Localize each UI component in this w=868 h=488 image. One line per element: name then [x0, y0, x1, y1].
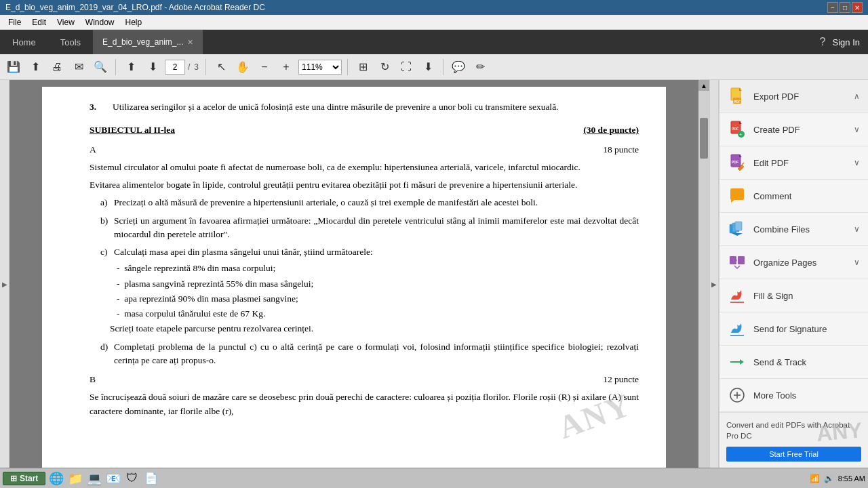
- svg-text:+: +: [739, 131, 743, 138]
- email-button[interactable]: ✉: [69, 58, 88, 77]
- sign-in-button[interactable]: Sign In: [833, 37, 860, 47]
- start-icon: ⊞: [10, 474, 17, 483]
- menu-bar: File Edit View Window Help: [0, 15, 868, 30]
- rotate-button[interactable]: ↻: [375, 58, 394, 77]
- section-b-label: B: [90, 373, 96, 386]
- send-track-icon: [728, 352, 747, 371]
- scroll-thumb[interactable]: [700, 118, 708, 159]
- start-button[interactable]: ⊞ Start: [3, 472, 45, 485]
- home-nav[interactable]: Home: [0, 30, 48, 54]
- tab-title: E_d_bio_veg_anim_...: [102, 37, 183, 47]
- zoom-select[interactable]: 111% 100% 125% 150% 75% 50%: [298, 60, 342, 75]
- more-tools-icon: [728, 386, 747, 405]
- item-3-text: Utilizarea seringilor și a acelor de uni…: [113, 100, 559, 114]
- svg-text:PDF: PDF: [732, 127, 738, 131]
- close-button[interactable]: ✕: [852, 2, 863, 13]
- restore-button[interactable]: □: [840, 2, 850, 13]
- more-tools-item[interactable]: More Tools: [719, 379, 868, 412]
- send-signature-item[interactable]: Send for Signature: [719, 312, 868, 346]
- taskbar-ie-icon[interactable]: 🌐: [48, 470, 64, 487]
- combine-files-icon: [728, 220, 747, 239]
- window-title: E_d_bio_veg_anim_2019_var_04_LRO.pdf - A…: [5, 3, 827, 12]
- combine-files-item[interactable]: Combine Files ∨: [719, 213, 868, 246]
- svg-text:PDF: PDF: [732, 160, 738, 164]
- menu-window[interactable]: Window: [80, 16, 120, 28]
- fit-page-button[interactable]: ⛶: [397, 58, 416, 77]
- search-button[interactable]: 🔍: [91, 58, 110, 77]
- menu-view[interactable]: View: [52, 16, 80, 28]
- tools-nav[interactable]: Tools: [48, 30, 93, 54]
- taskbar-network-icon: 📶: [810, 474, 820, 483]
- trial-button[interactable]: Start Free Trial: [726, 447, 861, 462]
- nav-tabs: Home Tools E_d_bio_veg_anim_... ✕ ? Sign…: [0, 30, 868, 54]
- start-label: Start: [20, 474, 38, 483]
- create-pdf-icon: PDF +: [728, 120, 747, 139]
- organize-pages-icon: [728, 253, 747, 272]
- item-3-number: 3.: [90, 100, 104, 114]
- taskbar-shield-icon[interactable]: 🛡: [124, 470, 140, 487]
- bullet-1: - sângele reprezintă 8% din masa corpulu…: [110, 262, 639, 275]
- subject-2-header: SUBIECTUL al II-lea (30 de puncte): [90, 123, 639, 137]
- more-tools-label: More Tools: [753, 390, 860, 401]
- edit-pdf-icon: PDF: [728, 153, 747, 172]
- edit-pdf-item[interactable]: PDF Edit PDF ∨: [719, 146, 868, 180]
- prev-page-button[interactable]: ⬆: [121, 58, 140, 77]
- edit-pdf-label: Edit PDF: [753, 158, 847, 168]
- comment-item[interactable]: Comment: [719, 180, 868, 213]
- scroll-up[interactable]: ▲: [698, 80, 709, 91]
- zoom-in-button[interactable]: +: [277, 58, 296, 77]
- svg-text:PDF: PDF: [734, 100, 741, 104]
- pdf-scroll-area[interactable]: 3. Utilizarea seringilor și a acelor de …: [9, 80, 698, 488]
- item-b-letter: b): [90, 214, 108, 242]
- print-button[interactable]: 🖨: [47, 58, 66, 77]
- document-tab[interactable]: E_d_bio_veg_anim_... ✕: [93, 30, 203, 54]
- svg-marker-23: [740, 359, 744, 365]
- download-button[interactable]: ⬇: [418, 58, 437, 77]
- taskbar-volume-icon: 🔊: [824, 474, 834, 483]
- item-d-text: Completați problema de la punctul c) cu …: [114, 340, 639, 368]
- menu-help[interactable]: Help: [120, 16, 148, 28]
- tab-close[interactable]: ✕: [187, 38, 193, 47]
- fit-width-button[interactable]: ⊞: [353, 58, 372, 77]
- zoom-out-button[interactable]: −: [255, 58, 274, 77]
- vertical-scrollbar[interactable]: ▲ ▼: [698, 80, 709, 488]
- hand-tool[interactable]: ✋: [233, 58, 252, 77]
- create-pdf-item[interactable]: PDF + Create PDF ∨: [719, 113, 868, 146]
- taskbar-time: 8:55 AM: [838, 474, 865, 483]
- promo-watermark: ANY: [816, 418, 864, 447]
- organize-pages-item[interactable]: Organize Pages ∨: [719, 246, 868, 279]
- save-button[interactable]: 💾: [4, 58, 23, 77]
- toolbar-sep4: [443, 59, 443, 75]
- ink-button[interactable]: ✏: [471, 58, 490, 77]
- send-track-item[interactable]: Send & Track: [719, 346, 868, 379]
- fill-sign-item[interactable]: Fill & Sign: [719, 279, 868, 312]
- taskbar-computer-icon[interactable]: 💻: [86, 470, 102, 487]
- taskbar-acrobat-icon[interactable]: 📄: [143, 470, 159, 487]
- subject-2-points: (30 de puncte): [583, 123, 639, 137]
- export-pdf-item[interactable]: PDF Export PDF ∧: [719, 80, 868, 113]
- taskbar-folder-icon[interactable]: 📁: [67, 470, 83, 487]
- left-panel-toggle[interactable]: ▶: [0, 80, 9, 488]
- select-tool[interactable]: ↖: [212, 58, 231, 77]
- taskbar-right: 📶 🔊 8:55 AM: [810, 474, 865, 483]
- toolbar: 💾 ⬆ 🖨 ✉ 🔍 ⬆ ⬇ / 3 ↖ ✋ − + 111% 100% 125%…: [0, 54, 868, 80]
- upload-button[interactable]: ⬆: [26, 58, 45, 77]
- right-panel-toggle[interactable]: ▶: [709, 80, 719, 488]
- page-total: 3: [193, 62, 200, 72]
- bullet-4: - masa corpului tânărului este de 67 Kg.: [110, 307, 639, 321]
- scrie-text: Scrieți toate etapele parcurse pentru re…: [90, 322, 639, 336]
- taskbar-email-icon[interactable]: 📧: [105, 470, 121, 487]
- create-pdf-arrow: ∨: [854, 125, 860, 134]
- fill-sign-icon: [728, 286, 747, 305]
- menu-file[interactable]: File: [3, 16, 26, 28]
- item-d: d) Completați problema de la punctul c) …: [90, 340, 639, 368]
- page-number-input[interactable]: [165, 60, 185, 75]
- help-icon[interactable]: ?: [820, 36, 826, 48]
- menu-edit[interactable]: Edit: [26, 16, 52, 28]
- next-page-button[interactable]: ⬇: [143, 58, 162, 77]
- comment-button[interactable]: 💬: [449, 58, 468, 77]
- combine-files-arrow: ∨: [854, 224, 860, 234]
- item-a: a) Precizați o altă măsură de prevenire …: [90, 196, 639, 209]
- minimize-button[interactable]: −: [827, 2, 838, 13]
- send-signature-label: Send for Signature: [753, 324, 860, 334]
